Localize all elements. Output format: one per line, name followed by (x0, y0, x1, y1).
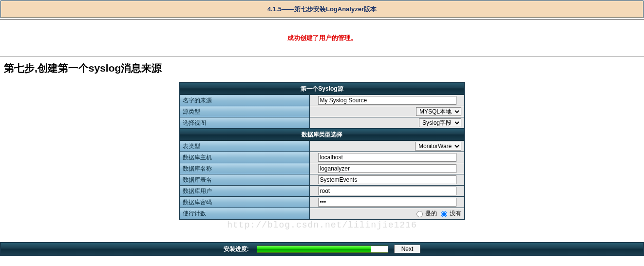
label-db-pass: 数据库密码 (179, 197, 310, 208)
radio-rowcount-yes[interactable] (417, 211, 423, 217)
cell-source-name (310, 95, 465, 106)
select-view[interactable]: Syslog字段 (419, 118, 461, 127)
input-source-name[interactable] (318, 96, 456, 105)
label-rowcount-yes: 是的 (425, 209, 437, 218)
cell-db-table (310, 174, 465, 186)
banner-title: 4.1.5——第七步安装LogAnalyzer版本 (267, 5, 377, 13)
form-area: http://blog.csdn.net/lilinjie1216 第一个Sys… (0, 82, 644, 220)
label-table-type: 表类型 (179, 141, 310, 152)
message-block: 成功创建了用户的管理。 (0, 20, 644, 56)
cell-db-user (310, 186, 465, 197)
row-db-table: 数据库表名 (179, 174, 465, 186)
label-source-name: 名字的来源 (179, 95, 310, 106)
footer-bar: 安装进度: Next (0, 242, 644, 256)
progress-label: 安装进度: (224, 245, 249, 253)
section2-header-row: 数据库类型选择 (179, 129, 465, 141)
cell-select-view: Syslog字段 (310, 117, 465, 129)
row-source-type: 源类型 MYSQL本地 (179, 106, 465, 117)
label-db-user: 数据库用户 (179, 186, 310, 197)
config-table: 第一个Syslog源 名字的来源 源类型 MYSQL本地 (179, 82, 465, 220)
input-db-host[interactable] (318, 153, 456, 162)
input-db-user[interactable] (318, 187, 456, 195)
success-message: 成功创建了用户的管理。 (287, 34, 357, 41)
section1-header: 第一个Syslog源 (179, 82, 465, 95)
cell-source-type: MYSQL本地 (310, 106, 465, 117)
top-banner: 4.1.5——第七步安装LogAnalyzer版本 (0, 0, 644, 18)
cell-db-pass (310, 197, 465, 208)
row-db-pass: 数据库密码 (179, 197, 465, 208)
select-table-type[interactable]: MonitorWare (415, 142, 461, 151)
row-source-name: 名字的来源 (179, 95, 465, 106)
cell-table-type: MonitorWare (310, 141, 465, 152)
label-db-host: 数据库主机 (179, 152, 310, 163)
row-select-view: 选择视图 Syslog字段 (179, 117, 465, 129)
row-db-user: 数据库用户 (179, 186, 465, 197)
input-db-pass[interactable] (318, 198, 456, 207)
next-button[interactable]: Next (394, 245, 421, 253)
watermark: http://blog.csdn.net/lilinjie1216 (227, 220, 417, 230)
label-rowcount-no: 没有 (450, 209, 461, 218)
cell-db-host (310, 152, 465, 163)
select-source-type[interactable]: MYSQL本地 (416, 107, 461, 116)
cell-row-count: 是的 没有 (310, 208, 465, 220)
row-row-count: 使行计数 是的 没有 (179, 208, 465, 220)
section1-header-row: 第一个Syslog源 (179, 82, 465, 95)
progress-fill (257, 246, 371, 252)
progress-bar (257, 246, 388, 253)
row-db-host: 数据库主机 (179, 152, 465, 163)
label-db-table: 数据库表名 (179, 174, 310, 186)
input-db-table[interactable] (318, 175, 456, 184)
row-db-name: 数据库名称 (179, 163, 465, 174)
label-select-view: 选择视图 (179, 117, 310, 129)
label-row-count: 使行计数 (179, 208, 310, 220)
label-source-type: 源类型 (179, 106, 310, 117)
label-db-name: 数据库名称 (179, 163, 310, 174)
row-table-type: 表类型 MonitorWare (179, 141, 465, 152)
input-db-name[interactable] (318, 164, 456, 173)
section2-header: 数据库类型选择 (179, 129, 465, 141)
radio-rowcount-no[interactable] (441, 211, 447, 217)
step-title: 第七步,创建第一个syslog消息来源 (0, 57, 644, 82)
cell-db-name (310, 163, 465, 174)
